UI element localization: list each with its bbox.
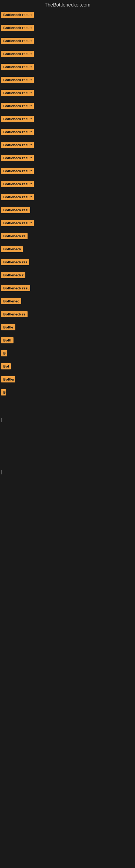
list-item: Bottleneck result (0, 166, 135, 179)
list-item: Bottl (0, 336, 135, 348)
list-item: Bottleneck re (0, 231, 135, 244)
bottleneck-badge: Bottleneck result (1, 220, 34, 226)
list-item: Bottler (0, 375, 135, 388)
list-item: Bottleneck result (0, 88, 135, 101)
list-item: | (0, 466, 135, 479)
list-item: Bottleneck result (0, 10, 135, 23)
list-item: Bottleneck result (0, 192, 135, 205)
bottleneck-badge: Bottleneck re (1, 311, 28, 317)
bottleneck-badge: Bottleneck result (1, 181, 34, 187)
list-item: Bottleneck result (0, 153, 135, 166)
bottleneck-badge: Bottleneck res (1, 259, 29, 265)
list-item: Bottle (0, 322, 135, 336)
list-item: Bottleneck result (0, 23, 135, 36)
bottleneck-badge: Bottleneck result (1, 155, 34, 161)
list-item (0, 440, 135, 453)
list-item: Bottleneck result (0, 101, 135, 114)
list-item: Bottleneck resu (0, 205, 135, 218)
bottleneck-badge: Bottleneck result (1, 129, 34, 135)
list-item: | (0, 414, 135, 427)
bottleneck-badge: Bottleneck result (1, 116, 34, 122)
site-title: TheBottlenecker.com (0, 0, 135, 10)
list-item: Bottlenec (0, 297, 135, 310)
bottleneck-badge: Bottleneck result (1, 103, 34, 109)
list-item: Bottleneck result (0, 36, 135, 49)
list-item: B (0, 388, 135, 401)
list-item: Bottleneck result (0, 62, 135, 75)
bottleneck-badge: Bottl (1, 337, 13, 343)
list-item: Bottleneck result (0, 127, 135, 140)
bottleneck-badge: B (1, 350, 7, 356)
list-item: Bottleneck result (0, 218, 135, 231)
bottleneck-badge: Bottleneck result (1, 38, 34, 44)
list-item: Bottleneck result (0, 75, 135, 88)
bottleneck-badge: Bottleneck result (1, 77, 34, 83)
bottleneck-badge: Bottleneck result (1, 168, 34, 174)
list-item: Bottleneck result (0, 49, 135, 62)
bottleneck-badge: Bottleneck r (1, 272, 26, 278)
list-item: Bottleneck re (0, 310, 135, 322)
list-item: Bottleneck result (0, 114, 135, 127)
bottleneck-badge: Bottlenec (1, 298, 21, 304)
list-item (0, 427, 135, 440)
bottleneck-badge: Bottleneck result (1, 12, 34, 18)
bottleneck-badge: Bottleneck result (1, 25, 34, 31)
list-item: Bottleneck (0, 244, 135, 257)
bottleneck-badge: Bottler (1, 376, 15, 382)
bottleneck-badge: Bottleneck (1, 246, 23, 252)
bottleneck-badge: Bot (1, 363, 11, 369)
bottleneck-badge: Bottleneck result (1, 64, 34, 70)
list-item: Bottleneck result (0, 140, 135, 153)
bottleneck-badge: Bottleneck resu (1, 207, 30, 213)
bottleneck-badge: B (1, 389, 6, 396)
list-item (0, 401, 135, 414)
list-item: B (0, 348, 135, 362)
bottleneck-badge: Bottleneck resu (1, 285, 30, 291)
list-item (0, 453, 135, 466)
list-item: Bottleneck resu (0, 283, 135, 297)
separator: | (1, 466, 2, 479)
bottleneck-badge: Bottleneck result (1, 90, 34, 96)
list-item: Bot (0, 362, 135, 375)
list-item: Bottleneck res (0, 257, 135, 271)
bottleneck-badge: Bottleneck result (1, 142, 34, 148)
bottleneck-badge: Bottleneck result (1, 194, 34, 200)
list-item: Bottleneck r (0, 271, 135, 283)
bottleneck-badge: Bottleneck result (1, 51, 34, 57)
list-item: Bottleneck result (0, 179, 135, 192)
separator: | (1, 414, 2, 427)
bottleneck-badge: Bottle (1, 324, 15, 330)
bottleneck-badge: Bottleneck re (1, 233, 28, 239)
